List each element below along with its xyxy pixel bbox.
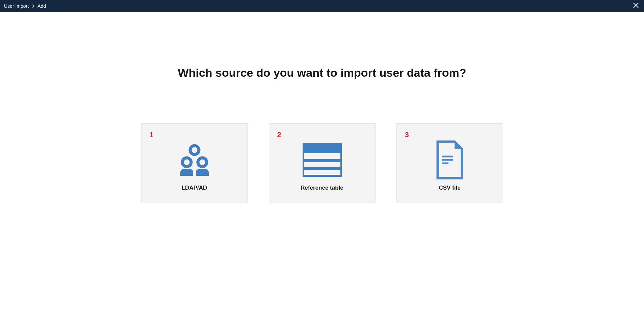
- source-card-reference-table[interactable]: 2 Reference table: [269, 123, 376, 202]
- breadcrumb-current: Add: [37, 3, 46, 9]
- file-icon: [436, 141, 463, 178]
- card-label: Reference table: [301, 185, 343, 191]
- card-number: 2: [277, 130, 281, 139]
- card-label: CSV file: [439, 185, 460, 191]
- svg-point-4: [198, 158, 207, 167]
- close-icon: [633, 2, 639, 10]
- card-label: LDAP/AD: [182, 185, 207, 191]
- chevron-right-icon: [31, 4, 35, 8]
- cards-container: 1 LDAP/AD 2: [141, 123, 503, 202]
- source-card-ldap[interactable]: 1 LDAP/AD: [141, 123, 248, 202]
- card-number: 1: [150, 130, 154, 139]
- breadcrumb: User Import Add: [4, 3, 46, 9]
- breadcrumb-parent[interactable]: User Import: [4, 3, 29, 9]
- people-icon: [176, 141, 213, 178]
- svg-point-2: [190, 146, 199, 154]
- source-card-csv[interactable]: 3 CSV file: [396, 123, 503, 202]
- svg-rect-6: [303, 144, 342, 153]
- main-content: Which source do you want to import user …: [0, 12, 644, 202]
- header-bar: User Import Add: [0, 0, 644, 12]
- table-icon: [303, 141, 342, 178]
- close-button[interactable]: [632, 2, 640, 10]
- page-title: Which source do you want to import user …: [178, 66, 466, 79]
- svg-point-3: [182, 158, 191, 167]
- card-number: 3: [405, 130, 409, 139]
